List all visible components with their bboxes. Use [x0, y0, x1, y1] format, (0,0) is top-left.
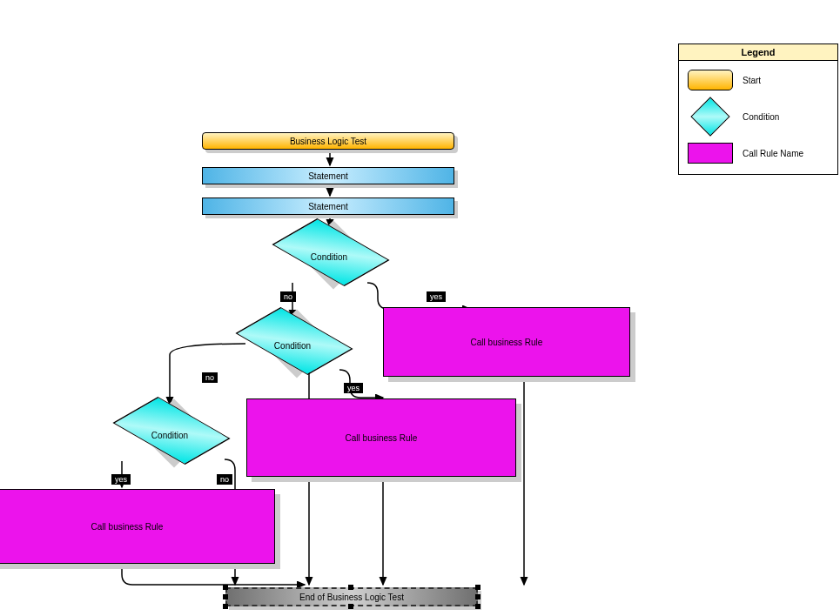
selection-handle[interactable] [223, 594, 228, 599]
selection-handle[interactable] [223, 604, 228, 609]
statement-1-label: Statement [308, 171, 348, 181]
legend-panel: Legend Start Condition Call Rule Name [678, 44, 838, 175]
legend-start-icon [688, 70, 733, 90]
legend-rule-label: Call Rule Name [743, 149, 803, 158]
legend-title: Legend [679, 44, 837, 61]
edge-label-no: no [202, 372, 218, 383]
condition-1[interactable]: Condition [272, 222, 386, 291]
edge-label-yes: yes [427, 291, 446, 302]
start-label: Business Logic Test [290, 137, 366, 146]
call-rule-1-label: Call business Rule [471, 338, 543, 347]
condition-2-label: Condition [274, 341, 311, 351]
call-rule-2-label: Call business Rule [346, 433, 418, 443]
statement-1[interactable]: Statement [202, 167, 454, 184]
end-label: End of Business Logic Test [299, 593, 404, 602]
legend-condition-icon [690, 97, 729, 136]
edge-label-yes: yes [111, 474, 131, 485]
statement-2[interactable]: Statement [202, 198, 454, 215]
legend-row-start: Start [686, 70, 830, 90]
condition-2[interactable]: Condition [236, 311, 349, 380]
legend-row-condition: Condition [686, 103, 830, 131]
selection-handle[interactable] [475, 604, 480, 609]
call-rule-1[interactable]: Call business Rule [383, 307, 630, 377]
legend-rule-icon [688, 143, 733, 164]
call-rule-2[interactable]: Call business Rule [246, 398, 516, 477]
legend-start-label: Start [743, 76, 761, 85]
legend-condition-label: Condition [743, 112, 779, 122]
selection-handle[interactable] [348, 585, 353, 590]
selection-handle[interactable] [348, 604, 353, 609]
selection-handle[interactable] [475, 594, 480, 599]
legend-row-rule: Call Rule Name [686, 143, 830, 164]
legend-body: Start Condition Call Rule Name [679, 61, 837, 174]
selection-handle[interactable] [223, 585, 228, 590]
flowchart-canvas: Business Logic Test Statement Statement … [0, 0, 840, 616]
edge-label-yes: yes [344, 383, 363, 393]
call-rule-3[interactable]: Call business Rule [0, 489, 275, 564]
call-rule-3-label: Call business Rule [91, 522, 164, 532]
condition-3[interactable]: Condition [113, 400, 226, 470]
selection-handle[interactable] [475, 585, 480, 590]
start-node[interactable]: Business Logic Test [202, 132, 454, 150]
edge-label-no: no [217, 474, 232, 485]
condition-3-label: Condition [151, 431, 188, 440]
edge-label-no: no [280, 291, 296, 302]
condition-1-label: Condition [311, 252, 347, 262]
statement-2-label: Statement [308, 202, 348, 211]
